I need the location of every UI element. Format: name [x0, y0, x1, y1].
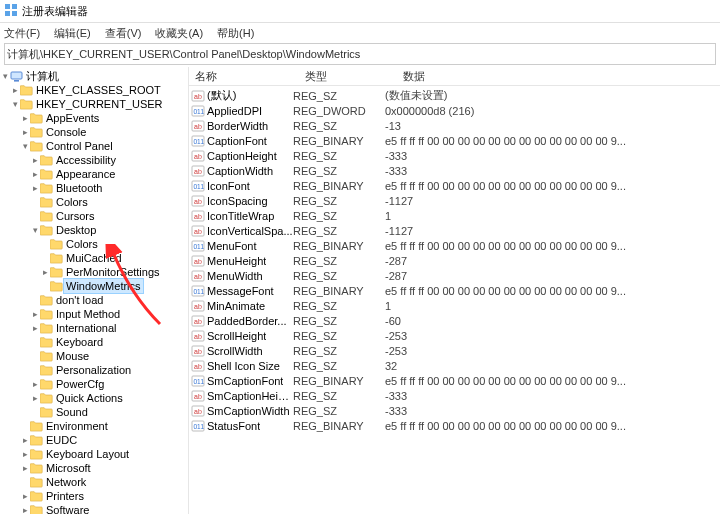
tree-item[interactable]: Sound — [0, 405, 188, 419]
value-type: REG_BINARY — [293, 180, 385, 192]
expand-icon[interactable]: ▾ — [20, 139, 30, 153]
tree-item[interactable]: ▸PowerCfg — [0, 377, 188, 391]
list-row[interactable]: 011SmCaptionFontREG_BINARYe5 ff ff ff 00… — [189, 373, 720, 388]
expand-icon[interactable]: ▸ — [20, 503, 30, 514]
list-row[interactable]: abSmCaptionWidthREG_SZ-333 — [189, 403, 720, 418]
list-view[interactable]: 名称 类型 数据 ab(默认)REG_SZ(数值未设置)011AppliedDP… — [189, 67, 720, 514]
value-icon: 011 — [189, 179, 207, 193]
tree-item[interactable]: Environment — [0, 419, 188, 433]
tree-control-panel[interactable]: ▾Control Panel — [0, 139, 188, 153]
list-row[interactable]: abMenuHeightREG_SZ-287 — [189, 253, 720, 268]
menu-help[interactable]: 帮助(H) — [217, 26, 254, 41]
menu-file[interactable]: 文件(F) — [4, 26, 40, 41]
value-name: AppliedDPI — [207, 105, 262, 117]
tree-item[interactable]: Keyboard — [0, 335, 188, 349]
tree-item[interactable]: Colors — [0, 195, 188, 209]
value-data: 1 — [385, 210, 720, 222]
tree-hkcr[interactable]: ▸HKEY_CLASSES_ROOT — [0, 83, 188, 97]
list-row[interactable]: abCaptionHeightREG_SZ-333 — [189, 148, 720, 163]
tree-item[interactable]: ▸EUDC — [0, 433, 188, 447]
tree-item[interactable]: ▸PerMonitorSettings — [0, 265, 188, 279]
expand-icon[interactable]: ▸ — [20, 111, 30, 125]
address-bar[interactable]: 计算机\HKEY_CURRENT_USER\Control Panel\Desk… — [4, 43, 716, 65]
list-row[interactable]: 011IconFontREG_BINARYe5 ff ff ff 00 00 0… — [189, 178, 720, 193]
tree-item[interactable]: ▸Console — [0, 125, 188, 139]
tree-hkcu[interactable]: ▾HKEY_CURRENT_USER — [0, 97, 188, 111]
list-row[interactable]: abScrollHeightREG_SZ-253 — [189, 328, 720, 343]
expand-icon[interactable]: ▸ — [30, 391, 40, 405]
tree-root[interactable]: ▾计算机 — [0, 69, 188, 83]
svg-text:ab: ab — [194, 153, 202, 160]
menu-favorites[interactable]: 收藏夹(A) — [155, 26, 203, 41]
list-row[interactable]: 011MessageFontREG_BINARYe5 ff ff ff 00 0… — [189, 283, 720, 298]
value-icon: ab — [189, 314, 207, 328]
value-name: StatusFont — [207, 420, 260, 432]
list-row[interactable]: 011AppliedDPIREG_DWORD0x000000d8 (216) — [189, 103, 720, 118]
expand-icon[interactable]: ▸ — [30, 321, 40, 335]
tree-item[interactable]: Colors — [0, 237, 188, 251]
expand-icon[interactable]: ▸ — [10, 83, 20, 97]
expand-icon[interactable]: ▸ — [40, 265, 50, 279]
tree-item[interactable]: ▸Printers — [0, 489, 188, 503]
expand-icon[interactable]: ▾ — [10, 97, 20, 111]
expand-icon[interactable]: ▸ — [30, 307, 40, 321]
menu-view[interactable]: 查看(V) — [105, 26, 142, 41]
value-data: -253 — [385, 345, 720, 357]
list-row[interactable]: abScrollWidthREG_SZ-253 — [189, 343, 720, 358]
tree-item[interactable]: Cursors — [0, 209, 188, 223]
folder-icon — [20, 99, 34, 110]
tree-item[interactable]: ▸Software — [0, 503, 188, 514]
tree-item[interactable]: ▸Input Method — [0, 307, 188, 321]
list-row[interactable]: ab(默认)REG_SZ(数值未设置) — [189, 88, 720, 103]
tree-item[interactable]: don't load — [0, 293, 188, 307]
value-name: CaptionWidth — [207, 165, 273, 177]
tree-item[interactable]: MuiCached — [0, 251, 188, 265]
column-data[interactable]: 数据 — [397, 69, 720, 84]
expand-icon[interactable]: ▸ — [20, 489, 30, 503]
tree-item[interactable]: Network — [0, 475, 188, 489]
tree-item[interactable]: ▸Quick Actions — [0, 391, 188, 405]
svg-rect-5 — [14, 80, 19, 82]
menu-edit[interactable]: 编辑(E) — [54, 26, 91, 41]
list-row[interactable]: abIconSpacingREG_SZ-1127 — [189, 193, 720, 208]
expand-icon[interactable]: ▸ — [30, 181, 40, 195]
list-row[interactable]: 011CaptionFontREG_BINARYe5 ff ff ff 00 0… — [189, 133, 720, 148]
expand-icon[interactable]: ▸ — [30, 167, 40, 181]
tree-view[interactable]: ▾计算机▸HKEY_CLASSES_ROOT▾HKEY_CURRENT_USER… — [0, 67, 189, 514]
expand-icon[interactable]: ▸ — [30, 153, 40, 167]
list-row[interactable]: 011StatusFontREG_BINARYe5 ff ff ff 00 00… — [189, 418, 720, 433]
list-row[interactable]: abCaptionWidthREG_SZ-333 — [189, 163, 720, 178]
list-row[interactable]: abShell Icon SizeREG_SZ32 — [189, 358, 720, 373]
expand-icon[interactable]: ▸ — [20, 447, 30, 461]
tree-item[interactable]: Personalization — [0, 363, 188, 377]
tree-desktop[interactable]: ▾Desktop — [0, 223, 188, 237]
expand-icon[interactable]: ▾ — [0, 69, 10, 83]
tree-windowmetrics[interactable]: WindowMetrics — [0, 279, 188, 293]
value-icon: ab — [189, 149, 207, 163]
value-icon: 011 — [189, 419, 207, 433]
list-row[interactable]: abIconTitleWrapREG_SZ1 — [189, 208, 720, 223]
list-row[interactable]: abBorderWidthREG_SZ-13 — [189, 118, 720, 133]
tree-item[interactable]: ▸Accessibility — [0, 153, 188, 167]
expand-icon[interactable]: ▸ — [20, 125, 30, 139]
list-row[interactable]: abMinAnimateREG_SZ1 — [189, 298, 720, 313]
tree-label: Environment — [44, 419, 110, 433]
tree-item[interactable]: ▸Appearance — [0, 167, 188, 181]
tree-item[interactable]: ▸Bluetooth — [0, 181, 188, 195]
tree-item[interactable]: ▸Microsoft — [0, 461, 188, 475]
expand-icon[interactable]: ▾ — [30, 223, 40, 237]
tree-item[interactable]: Mouse — [0, 349, 188, 363]
tree-item[interactable]: ▸Keyboard Layout — [0, 447, 188, 461]
tree-item[interactable]: ▸AppEvents — [0, 111, 188, 125]
list-row[interactable]: abSmCaptionHeig...REG_SZ-333 — [189, 388, 720, 403]
column-name[interactable]: 名称 — [189, 69, 299, 84]
expand-icon[interactable]: ▸ — [20, 433, 30, 447]
list-row[interactable]: abIconVerticalSpa...REG_SZ-1127 — [189, 223, 720, 238]
expand-icon[interactable]: ▸ — [20, 461, 30, 475]
tree-item[interactable]: ▸International — [0, 321, 188, 335]
list-row[interactable]: 011MenuFontREG_BINARYe5 ff ff ff 00 00 0… — [189, 238, 720, 253]
list-row[interactable]: abPaddedBorder...REG_SZ-60 — [189, 313, 720, 328]
list-row[interactable]: abMenuWidthREG_SZ-287 — [189, 268, 720, 283]
column-type[interactable]: 类型 — [299, 69, 397, 84]
expand-icon[interactable]: ▸ — [30, 377, 40, 391]
